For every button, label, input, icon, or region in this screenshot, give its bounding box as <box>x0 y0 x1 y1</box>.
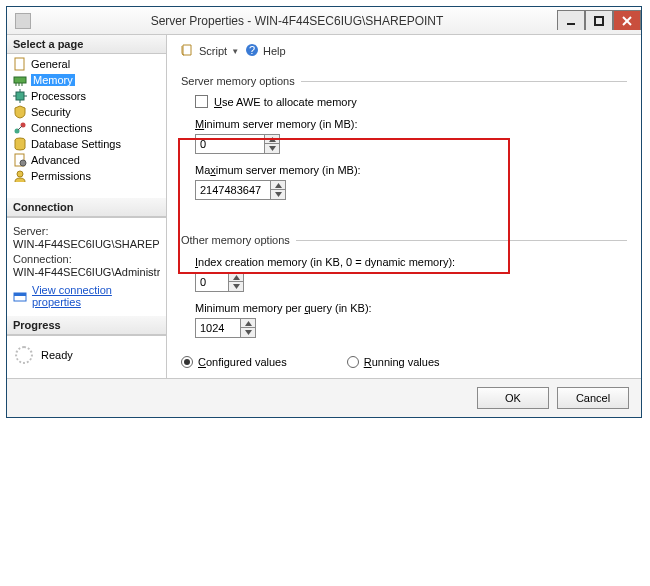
permissions-icon <box>13 169 27 183</box>
svg-point-20 <box>17 171 23 177</box>
sidebar-page-general[interactable]: General <box>7 56 166 72</box>
memory-icon <box>13 73 27 87</box>
sidebar-page-permissions[interactable]: Permissions <box>7 168 166 184</box>
progress-spinner-icon <box>15 346 33 364</box>
svg-marker-28 <box>275 192 282 197</box>
min-memory-up-button[interactable] <box>265 134 280 144</box>
maximize-button[interactable] <box>585 10 613 30</box>
close-button[interactable] <box>613 10 641 30</box>
database-icon <box>13 137 27 151</box>
sidebar-page-security[interactable]: Security <box>7 104 166 120</box>
sidebar-page-memory[interactable]: Memory <box>7 72 166 88</box>
server-label: Server: <box>13 225 160 237</box>
max-memory-down-button[interactable] <box>271 190 286 200</box>
ok-button[interactable]: OK <box>477 387 549 409</box>
awe-checkbox[interactable] <box>195 95 208 108</box>
server-memory-group: Server memory options <box>181 75 627 87</box>
sidebar-page-label: Database Settings <box>31 138 121 150</box>
left-panel: Select a page GeneralMemoryProcessorsSec… <box>7 35 167 378</box>
index-memory-label: Index creation memory (in KB, 0 = dynami… <box>195 256 627 268</box>
script-button[interactable]: Script ▼ <box>181 43 239 59</box>
svg-marker-26 <box>269 146 276 151</box>
svg-marker-29 <box>233 275 240 280</box>
svg-point-19 <box>20 160 26 166</box>
max-memory-input[interactable] <box>195 180 271 200</box>
configured-values-radio[interactable]: Configured values <box>181 356 287 368</box>
toolbar: Script ▼ ? Help <box>181 43 627 65</box>
sidebar-page-label: General <box>31 58 70 70</box>
sidebar-page-processors[interactable]: Processors <box>7 88 166 104</box>
help-label: Help <box>263 45 286 57</box>
index-memory-up-button[interactable] <box>229 272 244 282</box>
page-icon <box>13 57 27 71</box>
svg-marker-32 <box>245 330 252 335</box>
titlebar[interactable]: Server Properties - WIN-4F44SEC6IUG\SHAR… <box>7 7 641 35</box>
view-connection-properties-link[interactable]: View connection properties <box>32 284 160 308</box>
index-memory-input[interactable] <box>195 272 229 292</box>
select-page-header: Select a page <box>7 35 166 54</box>
min-memory-down-button[interactable] <box>265 144 280 154</box>
min-query-memory-input[interactable] <box>195 318 241 338</box>
progress-status: Ready <box>41 349 73 361</box>
svg-rect-9 <box>16 92 24 100</box>
connection-value: WIN-4F44SEC6IUG\Administrator <box>13 266 160 278</box>
sidebar-page-database-settings[interactable]: Database Settings <box>7 136 166 152</box>
running-values-radio[interactable]: Running values <box>347 356 440 368</box>
svg-marker-30 <box>233 284 240 289</box>
sidebar-page-label: Processors <box>31 90 86 102</box>
min-query-down-button[interactable] <box>241 328 256 338</box>
sidebar-page-label: Permissions <box>31 170 91 182</box>
dropdown-caret-icon: ▼ <box>231 47 239 56</box>
awe-label: Use AWE to allocate memory <box>214 96 357 108</box>
min-memory-label: Minimum server memory (in MB): <box>195 118 627 130</box>
svg-text:?: ? <box>249 44 255 56</box>
app-icon <box>15 13 31 29</box>
sidebar-page-label: Connections <box>31 122 92 134</box>
svg-rect-5 <box>14 77 26 83</box>
svg-marker-27 <box>275 183 282 188</box>
sidebar-page-connections[interactable]: Connections <box>7 120 166 136</box>
page-list: GeneralMemoryProcessorsSecurityConnectio… <box>7 54 166 188</box>
configured-values-label: Configured values <box>198 356 287 368</box>
link-icon <box>13 289 27 303</box>
cancel-button[interactable]: Cancel <box>557 387 629 409</box>
min-query-memory-label: Minimum memory per query (in KB): <box>195 302 627 314</box>
connection-panel: Server: WIN-4F44SEC6IUG\SHAREPOIN Connec… <box>7 217 166 316</box>
min-memory-input[interactable] <box>195 134 265 154</box>
svg-marker-25 <box>269 137 276 142</box>
sidebar-page-label: Advanced <box>31 154 80 166</box>
index-memory-down-button[interactable] <box>229 282 244 292</box>
other-memory-group: Other memory options <box>181 234 627 246</box>
connections-icon <box>13 121 27 135</box>
script-label: Script <box>199 45 227 57</box>
max-memory-up-button[interactable] <box>271 180 286 190</box>
sidebar-page-label: Memory <box>31 74 75 86</box>
svg-rect-4 <box>15 58 24 70</box>
help-button[interactable]: ? Help <box>245 43 286 59</box>
processors-icon <box>13 89 27 103</box>
server-value: WIN-4F44SEC6IUG\SHAREPOIN <box>13 238 160 250</box>
dialog-footer: OK Cancel <box>7 378 641 417</box>
help-icon: ? <box>245 43 259 59</box>
window-title: Server Properties - WIN-4F44SEC6IUG\SHAR… <box>37 14 557 28</box>
max-memory-label: Maximum server memory (in MB): <box>195 164 627 176</box>
min-query-up-button[interactable] <box>241 318 256 328</box>
progress-header: Progress <box>7 316 166 335</box>
svg-marker-31 <box>245 321 252 326</box>
minimize-button[interactable] <box>557 10 585 30</box>
svg-line-16 <box>18 126 22 130</box>
content-panel: Script ▼ ? Help Server memory options Us… <box>167 35 641 378</box>
svg-rect-1 <box>595 17 603 25</box>
other-memory-group-label: Other memory options <box>181 234 290 246</box>
progress-panel: Ready <box>7 335 166 378</box>
radio-dot-icon <box>347 356 359 368</box>
connection-label: Connection: <box>13 253 160 265</box>
script-icon <box>181 43 195 59</box>
sidebar-page-advanced[interactable]: Advanced <box>7 152 166 168</box>
advanced-icon <box>13 153 27 167</box>
sidebar-page-label: Security <box>31 106 71 118</box>
svg-rect-22 <box>14 293 26 296</box>
radio-dot-icon <box>181 356 193 368</box>
security-icon <box>13 105 27 119</box>
connection-header: Connection <box>7 198 166 217</box>
